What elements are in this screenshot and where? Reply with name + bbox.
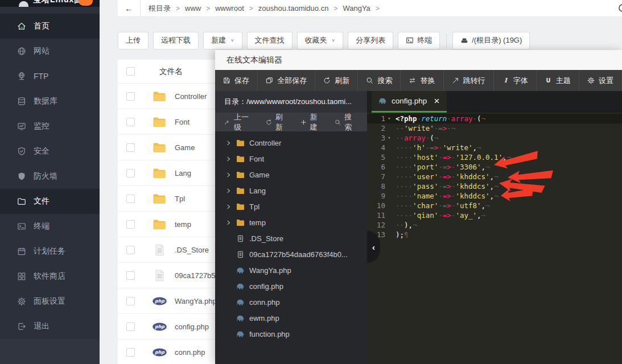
breadcrumb-item[interactable]: www <box>185 4 201 13</box>
editor-file-tree-panel: 目录：/www/wwwroot/zoushou.taomi... 上一级 刷新 … <box>215 91 367 364</box>
replace-icon <box>409 77 416 84</box>
code-line: 12 ▾ ··),¬ <box>367 220 622 230</box>
breadcrumb-item[interactable]: WangYa <box>343 4 370 13</box>
row-checkbox[interactable] <box>126 169 135 177</box>
row-checkbox[interactable] <box>126 92 135 101</box>
folder-icon <box>151 193 168 204</box>
chevron-right-icon[interactable] <box>225 156 232 162</box>
chevron-right-icon[interactable] <box>225 188 232 194</box>
breadcrumb-item[interactable]: zoushou.taomiduo.cn <box>258 4 329 13</box>
save-all-icon <box>266 77 273 84</box>
toolbar-button[interactable]: 新建 ∨ <box>203 32 242 49</box>
sidebar-item[interactable]: 安全 <box>0 139 100 164</box>
tree-item[interactable]: config.php <box>215 278 367 294</box>
editor-toolbar-button[interactable]: 保存 <box>215 70 258 91</box>
php-icon: php <box>151 322 168 331</box>
toolbar-button[interactable]: 远程下载 ∨ <box>153 32 199 49</box>
toolbar-button[interactable]: 终端 ∨ <box>398 32 440 49</box>
editor-toolbar-button[interactable]: U 主题 <box>537 70 579 91</box>
tree-item[interactable]: function.php <box>215 326 367 342</box>
editor-toolbar-button[interactable]: I 字体 <box>494 70 537 91</box>
code-line: 1 ▾ <?php·return·array·(¬ <box>367 114 622 123</box>
toolbar-button[interactable]: /(根目录) (19G) ∨ <box>452 32 530 49</box>
file-name: .DS_Store <box>175 246 209 254</box>
row-checkbox[interactable] <box>126 143 135 152</box>
back-button[interactable]: ← <box>118 0 141 16</box>
editor-toolbar-button[interactable]: 替换 <box>401 70 443 91</box>
chevron-right-icon[interactable] <box>225 140 232 146</box>
panel-logo[interactable]: 宝塔Linux面板 <box>0 0 100 7</box>
code-area[interactable]: 1 ▾ <?php·return·array·(¬ 2 ▾ ··'write'·… <box>367 113 622 364</box>
chevron-right-icon[interactable] <box>225 220 232 226</box>
sidebar-item[interactable]: 首页 <box>0 14 100 39</box>
row-checkbox[interactable] <box>126 118 135 126</box>
tree-item[interactable]: 09ca1727b54daad6763f4b0... <box>215 246 367 262</box>
code-text: ··array·(¬ <box>393 133 438 143</box>
breadcrumb-item[interactable]: wwwroot <box>215 4 244 13</box>
row-checkbox[interactable] <box>126 220 135 229</box>
editor-toolbar-button[interactable]: 刷新 <box>315 70 358 91</box>
file-name: Font <box>175 118 190 126</box>
tree-item[interactable]: ewm.php <box>215 310 367 326</box>
tree-action-button[interactable]: 搜索 <box>335 112 358 133</box>
toolbar-button-label: 文件查找 <box>255 35 285 46</box>
editor-toolbar-button[interactable]: 全部保存 <box>258 70 315 91</box>
tree-item[interactable]: WangYa.php <box>215 262 367 278</box>
editor-toolbar-button[interactable]: 跳转行 <box>444 70 494 91</box>
select-all-checkbox[interactable] <box>126 67 135 76</box>
tree-action-label: 刷新 <box>275 112 289 133</box>
breadcrumb-item[interactable]: 根目录 <box>149 4 171 13</box>
search-icon[interactable] <box>619 4 622 12</box>
tree-action-button[interactable]: 刷新 <box>266 112 289 133</box>
row-checkbox[interactable] <box>126 348 135 357</box>
tree-action-button[interactable]: 新建 <box>300 112 324 133</box>
tree-item[interactable]: conn.php <box>215 294 367 310</box>
code-line: 13 ▾ );¶ <box>367 230 622 239</box>
sidebar-item[interactable]: 计划任务 <box>0 239 100 264</box>
row-checkbox[interactable] <box>126 271 135 280</box>
sidebar-item[interactable]: FTP <box>0 64 100 89</box>
row-checkbox[interactable] <box>126 297 135 305</box>
editor-toolbar-button[interactable]: 设置 <box>579 70 622 91</box>
sidebar-item[interactable]: 退出 <box>0 314 100 339</box>
editor-toolbar-button[interactable]: 搜索 <box>358 70 401 91</box>
tree-item[interactable]: .DS_Store <box>215 230 367 246</box>
tree-item[interactable]: Controller <box>215 135 367 151</box>
sidebar-item[interactable]: 文件 <box>0 189 100 214</box>
file-name-column-header: 文件名 <box>159 67 183 77</box>
tree-item-label: ewm.php <box>249 314 279 322</box>
fold-marker-icon[interactable]: ▾ <box>385 114 393 123</box>
sidebar-item[interactable]: 监控 <box>0 114 100 139</box>
tree-item[interactable]: temp <box>215 214 367 230</box>
chevron-right-icon[interactable] <box>225 204 232 210</box>
current-directory-path: 目录：/www/wwwroot/zoushou.taomi... <box>215 91 367 113</box>
sidebar-item[interactable]: 面板设置 <box>0 289 100 314</box>
tree-action-button[interactable]: 上一级 <box>224 112 254 133</box>
chevron-right-icon[interactable] <box>225 172 232 178</box>
toolbar-button[interactable]: 上传 ∨ <box>118 32 149 49</box>
tree-item[interactable]: Font <box>215 151 367 167</box>
sidebar-item[interactable]: 网站 <box>0 39 100 64</box>
breadcrumb-separator: > <box>370 5 385 13</box>
fold-marker-icon[interactable]: ▾ <box>385 133 393 143</box>
row-checkbox[interactable] <box>126 195 135 203</box>
sidebar-item[interactable]: 终端 <box>0 214 100 239</box>
sidebar-item[interactable]: 防火墙 <box>0 164 100 189</box>
tree-item[interactable]: Tpl <box>215 198 367 214</box>
editor-toolbar-button-label: 主题 <box>556 76 571 86</box>
toolbar-button[interactable]: 分享列表 ∨ <box>348 32 393 49</box>
sidebar-item-label: 数据库 <box>34 96 57 106</box>
toolbar-button[interactable]: 文件查找 ∨ <box>247 32 293 49</box>
sidebar-item-label: 软件商店 <box>34 271 65 282</box>
sidebar-item[interactable]: 软件商店 <box>0 264 100 289</box>
gear-icon <box>587 77 595 84</box>
tree-item[interactable]: Lang <box>215 183 367 198</box>
sidebar-item[interactable]: 数据库 <box>0 89 100 114</box>
line-number: 2 <box>367 123 385 133</box>
tree-item[interactable]: Game <box>215 167 367 183</box>
row-checkbox[interactable] <box>126 246 135 254</box>
close-icon[interactable] <box>434 98 440 104</box>
tab-config-php[interactable]: config.php <box>372 91 447 113</box>
toolbar-button[interactable]: 收藏夹 ∨ <box>297 32 344 49</box>
row-checkbox[interactable] <box>126 322 135 331</box>
